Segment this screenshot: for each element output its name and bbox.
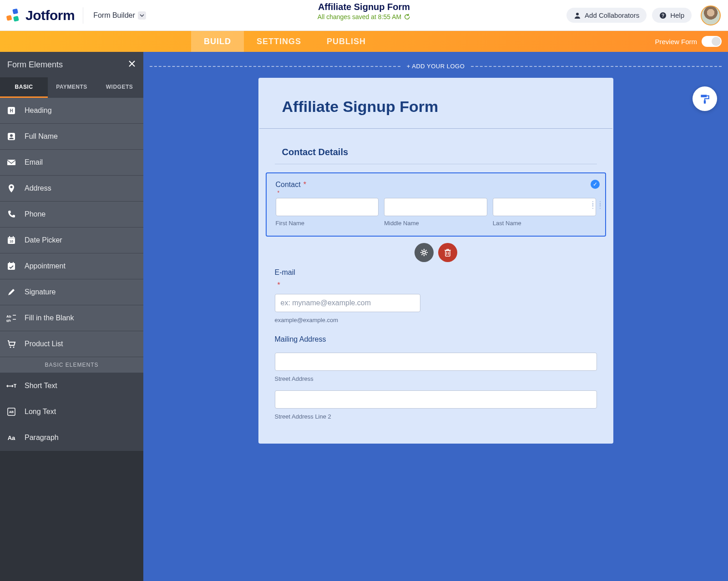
calendar-check-icon [6, 262, 16, 271]
street2-input[interactable] [275, 390, 597, 409]
sidebar-tab-basic[interactable]: BASIC [0, 77, 48, 98]
long-text-icon: AB [6, 407, 16, 416]
sidebar-tab-payments[interactable]: PAYMENTS [48, 77, 96, 98]
sidebar-tab-widgets[interactable]: WIDGETS [96, 77, 143, 98]
form-card: Affiliate Signup Form Contact Details ✓ … [258, 78, 613, 444]
svg-text:Ab: Ab [6, 314, 11, 318]
element-appointment[interactable]: Appointment [0, 253, 143, 279]
form-builder-label: Form Builder [93, 11, 135, 20]
thin-hr [275, 164, 597, 164]
person-icon [574, 12, 581, 19]
field-contact[interactable]: ✓ ⋮⋮⋮⋮ Contact* * First Name Middle Name [266, 172, 606, 237]
brand-text: Jotform [25, 8, 75, 23]
short-text-icon: ⟷T [6, 382, 16, 389]
tab-settings[interactable]: SETTINGS [244, 31, 314, 52]
last-name-sublabel: Last Name [493, 220, 596, 227]
divider [83, 7, 83, 24]
svg-point-9 [10, 134, 13, 137]
logo[interactable]: Jotform [5, 7, 75, 24]
svg-rect-31 [445, 251, 450, 256]
drag-handle-icon[interactable]: ⋮⋮⋮⋮ [590, 202, 604, 207]
save-status: All changes saved at 8:55 AM [318, 13, 410, 20]
tab-publish[interactable]: PUBLISH [314, 31, 379, 52]
street-sublabel: Street Address [275, 375, 597, 382]
svg-point-24 [10, 347, 11, 348]
add-logo-row: + ADD YOUR LOGO [143, 52, 728, 78]
sidebar-header: Form Elements [0, 52, 143, 77]
svg-text:H: H [10, 108, 13, 113]
element-paragraph[interactable]: Aa Paragraph [0, 425, 143, 451]
element-phone[interactable]: Phone [0, 202, 143, 227]
help-button[interactable]: ? Help [652, 8, 692, 23]
svg-rect-18 [9, 262, 10, 264]
dash-left [150, 66, 400, 67]
logotype-icon [5, 7, 22, 24]
email-input[interactable] [275, 294, 420, 312]
form-title-block[interactable]: Affiliate Signup Form [258, 78, 613, 128]
middle-name-input[interactable] [384, 198, 487, 216]
dash-right [471, 66, 722, 67]
svg-rect-13 [8, 237, 15, 239]
pen-icon [6, 288, 16, 297]
section-contact-details[interactable]: Contact Details [258, 129, 613, 160]
svg-point-25 [13, 347, 15, 348]
calendar-icon: 10 [6, 236, 16, 245]
svg-rect-19 [13, 262, 14, 264]
canvas[interactable]: + ADD YOUR LOGO Affiliate Signup Form Co… [143, 52, 728, 581]
top-bar: Jotform Form Builder Affiliate Signup Fo… [0, 0, 728, 31]
add-collaborators-button[interactable]: Add Collaborators [566, 8, 647, 23]
svg-text:10: 10 [10, 240, 13, 243]
title-column: Affiliate Signup Form All changes saved … [318, 2, 410, 20]
svg-text:AB: AB [9, 410, 14, 414]
sidebar: Form Elements BASIC PAYMENTS WIDGETS H H… [0, 52, 143, 581]
email-label: E-mail [275, 268, 597, 277]
field-settings-button[interactable] [415, 243, 434, 262]
add-logo-button[interactable]: + ADD YOUR LOGO [407, 63, 465, 70]
field-mailing-address[interactable]: Mailing Address Street Address Street Ad… [275, 335, 597, 420]
street-input[interactable] [275, 353, 597, 371]
form-title: Affiliate Signup Form [282, 98, 590, 116]
help-icon: ? [659, 12, 667, 19]
heading-icon: H [6, 106, 16, 115]
field-delete-button[interactable] [438, 243, 457, 262]
svg-rect-32 [704, 100, 706, 104]
preview-toggle[interactable] [702, 36, 722, 47]
form-builder-dropdown[interactable]: Form Builder [90, 10, 150, 21]
element-email[interactable]: Email [0, 150, 143, 176]
svg-rect-1 [12, 8, 18, 14]
element-long-text[interactable]: AB Long Text [0, 399, 143, 425]
svg-rect-10 [7, 160, 15, 165]
revert-icon[interactable] [404, 14, 410, 20]
svg-rect-17 [8, 263, 15, 270]
element-fill-blank[interactable]: Abgh Fill in the Blank [0, 305, 143, 331]
tab-build[interactable]: BUILD [191, 31, 244, 52]
first-name-sublabel: First Name [276, 220, 379, 227]
first-name-input[interactable] [276, 198, 379, 216]
element-short-text[interactable]: ⟷T Short Text [0, 373, 143, 399]
svg-text:⟷T: ⟷T [6, 383, 16, 389]
close-icon[interactable] [128, 60, 136, 70]
sidebar-list[interactable]: H Heading Full Name Email Address Phone … [0, 98, 143, 581]
preview-label: Preview Form [655, 38, 697, 45]
element-address[interactable]: Address [0, 176, 143, 202]
trash-icon [444, 248, 451, 257]
last-name-input[interactable] [493, 198, 596, 216]
paragraph-icon: Aa [6, 434, 16, 441]
element-product-list[interactable]: Product List [0, 331, 143, 357]
field-email[interactable]: E-mail* example@example.com [275, 268, 597, 323]
element-signature[interactable]: Signature [0, 279, 143, 305]
required-star: * [303, 181, 306, 188]
element-heading[interactable]: H Heading [0, 98, 143, 124]
tab-bar: BUILD SETTINGS PUBLISH Preview Form [0, 31, 728, 52]
element-date-picker[interactable]: 10 Date Picker [0, 227, 143, 253]
gear-icon [420, 248, 428, 257]
email-hint: example@example.com [275, 317, 597, 323]
svg-point-30 [423, 251, 425, 254]
svg-rect-23 [13, 319, 16, 320]
avatar[interactable] [701, 5, 721, 25]
form-designer-button[interactable] [693, 86, 717, 111]
element-full-name[interactable]: Full Name [0, 124, 143, 150]
required-star: * [278, 281, 280, 289]
form-title-header[interactable]: Affiliate Signup Form [318, 2, 410, 12]
mailing-label: Mailing Address [275, 335, 597, 344]
